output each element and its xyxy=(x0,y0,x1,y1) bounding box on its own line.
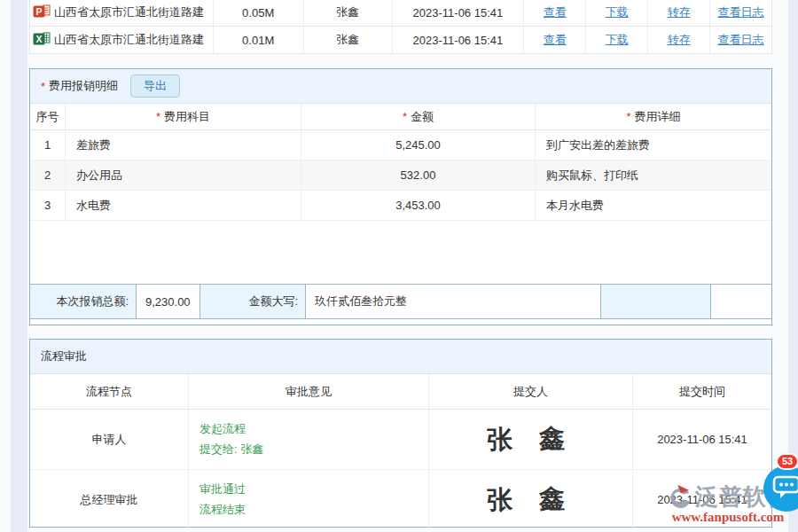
approval-panel-title: 流程审批 xyxy=(41,348,87,364)
transfer-save-link[interactable]: 转存 xyxy=(668,32,691,48)
attachment-name-cell: P 山西省太原市汇通北街道路建 xyxy=(30,0,214,26)
expense-category: 水电费 xyxy=(66,191,301,220)
view-link[interactable]: 查看 xyxy=(544,4,567,20)
attachment-uploader: 张鑫 xyxy=(304,0,393,26)
column-header-opinion: 审批意见 xyxy=(189,374,429,409)
expense-row: 3 水电费 3,453.00 本月水电费 xyxy=(30,191,771,221)
view-log-link[interactable]: 查看日志 xyxy=(718,32,764,48)
required-asterisk: * xyxy=(626,110,630,123)
approval-row: 总经理审批 审批通过 流程结束 张 鑫 2023-11-06 15:41 xyxy=(30,470,771,529)
column-header-amount: * 金额 xyxy=(301,104,536,129)
attachment-uploader: 张鑫 xyxy=(304,27,393,53)
amount-in-words-value: 玖仟贰佰叁拾元整 xyxy=(306,285,601,318)
attachment-size: 0.01M xyxy=(214,27,304,53)
expense-table-header: 序号 * 费用科目 * 金额 * 费用详细 xyxy=(30,104,771,130)
approval-opinion: 审批通过 流程结束 xyxy=(189,470,429,529)
required-asterisk: * xyxy=(156,110,160,123)
attachment-name-cell: X 山西省太原市汇通北街道路建 xyxy=(30,27,214,53)
export-button[interactable]: 导出 xyxy=(130,74,180,98)
total-amount-value: 9,230.00 xyxy=(137,285,200,318)
expense-detail: 到广安出差的差旅费 xyxy=(536,130,771,160)
total-amount-label: 本次报销总额: xyxy=(30,285,137,318)
attachment-filename: 山西省太原市汇通北街道路建 xyxy=(54,4,204,20)
summary-empty-value-cell xyxy=(711,285,771,318)
opinion-line: 发起流程 xyxy=(200,421,246,437)
opinion-line: 审批通过 xyxy=(200,481,246,497)
opinion-line: 流程结束 xyxy=(200,502,246,518)
column-header-node: 流程节点 xyxy=(30,374,189,409)
approval-table-header: 流程节点 审批意见 提交人 提交时间 xyxy=(30,374,771,410)
expense-category: 差旅费 xyxy=(66,130,301,160)
expense-detail-panel: * 费用报销明细 导出 序号 * 费用科目 * 金额 * 费用详细 1 差旅费 … xyxy=(29,68,772,325)
signature: 张 鑫 xyxy=(487,421,575,458)
approval-panel-header: 流程审批 xyxy=(30,340,771,374)
ppt-file-icon: P xyxy=(33,3,51,23)
summary-empty-label-cell xyxy=(601,285,711,318)
submitter-signature-cell: 张 鑫 xyxy=(429,470,633,529)
expense-detail: 本月水电费 xyxy=(536,191,771,220)
expense-row: 2 办公用品 532.00 购买鼠标、打印纸 xyxy=(30,160,771,191)
download-link[interactable]: 下载 xyxy=(606,4,629,20)
attachment-time: 2023-11-06 15:41 xyxy=(393,27,525,53)
expense-category: 办公用品 xyxy=(66,160,301,190)
approval-row: 申请人 发起流程 提交给: 张鑫 张 鑫 2023-11-06 15:41 xyxy=(30,410,771,470)
attachment-time: 2023-11-06 15:41 xyxy=(393,0,525,26)
submit-time: 2023-11-06 15:41 xyxy=(633,470,771,529)
expense-panel-title: 费用报销明细 xyxy=(49,78,118,94)
approval-workflow-panel: 流程审批 流程节点 审批意见 提交人 提交时间 申请人 发起流程 提交给: 张鑫… xyxy=(29,339,772,528)
row-number: 3 xyxy=(30,191,66,220)
view-link[interactable]: 查看 xyxy=(544,32,567,48)
column-header-submit-time: 提交时间 xyxy=(633,374,771,409)
right-gutter xyxy=(788,0,798,532)
signature: 张 鑫 xyxy=(487,481,575,519)
expense-amount: 3,453.00 xyxy=(301,191,536,220)
attachment-row: X 山西省太原市汇通北街道路建 0.01M 张鑫 2023-11-06 15:4… xyxy=(30,27,771,54)
attachment-filename: 山西省太原市汇通北街道路建 xyxy=(54,32,204,48)
view-log-link[interactable]: 查看日志 xyxy=(718,4,764,20)
required-asterisk: * xyxy=(403,110,407,123)
attachments-table: P 山西省太原市汇通北街道路建 0.05M 张鑫 2023-11-06 15:4… xyxy=(29,0,772,54)
amount-in-words-label: 金额大写: xyxy=(200,285,306,318)
attachment-size: 0.05M xyxy=(214,0,304,26)
row-number: 2 xyxy=(30,160,66,190)
column-header-detail: * 费用详细 xyxy=(536,104,771,129)
left-gutter xyxy=(11,0,27,532)
expense-detail: 购买鼠标、打印纸 xyxy=(536,160,771,190)
transfer-save-link[interactable]: 转存 xyxy=(668,4,691,20)
approval-opinion: 发起流程 提交给: 张鑫 xyxy=(189,410,429,469)
row-number: 1 xyxy=(30,130,66,160)
download-link[interactable]: 下载 xyxy=(606,32,629,48)
opinion-line: 提交给: 张鑫 xyxy=(200,442,263,458)
expense-row: 1 差旅费 5,245.00 到广安出差的差旅费 xyxy=(30,130,771,160)
workflow-node: 申请人 xyxy=(30,410,189,469)
submitter-signature-cell: 张 鑫 xyxy=(429,410,633,469)
required-asterisk: * xyxy=(41,80,45,93)
chat-bubble-icon xyxy=(771,473,798,505)
svg-text:P: P xyxy=(35,6,42,17)
excel-file-icon: X xyxy=(33,30,51,51)
expense-amount: 5,245.00 xyxy=(301,130,536,160)
attachment-row: P 山西省太原市汇通北街道路建 0.05M 张鑫 2023-11-06 15:4… xyxy=(30,0,771,27)
expense-panel-header: * 费用报销明细 导出 xyxy=(30,69,771,104)
submit-time: 2023-11-06 15:41 xyxy=(633,410,771,469)
column-header-no: 序号 xyxy=(30,104,66,129)
expense-summary-row: 本次报销总额: 9,230.00 金额大写: 玖仟贰佰叁拾元整 xyxy=(30,284,771,319)
chat-unread-badge[interactable]: 53 xyxy=(776,453,798,470)
expense-amount: 532.00 xyxy=(301,160,536,190)
svg-text:X: X xyxy=(35,34,42,44)
expense-table-empty-area xyxy=(30,221,771,284)
column-header-category: * 费用科目 xyxy=(66,104,301,129)
workflow-node: 总经理审批 xyxy=(30,470,189,529)
column-header-submitter: 提交人 xyxy=(429,374,633,409)
